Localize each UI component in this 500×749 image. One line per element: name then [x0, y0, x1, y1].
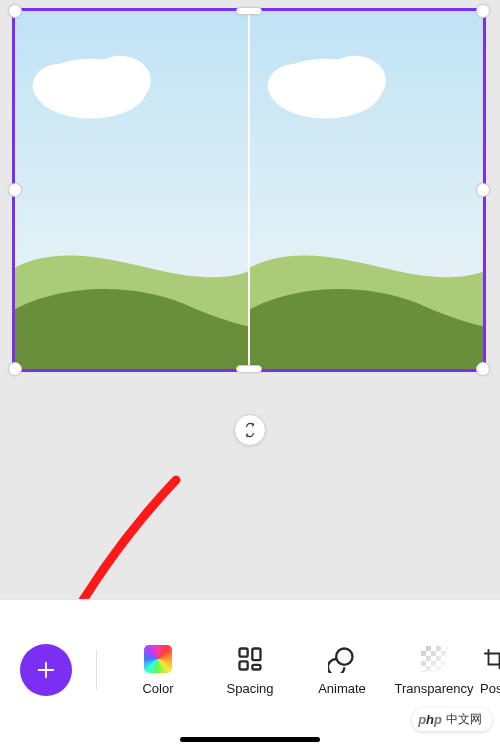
home-indicator[interactable]: [180, 737, 320, 742]
tool-position-label: Posi: [480, 681, 500, 696]
toolbar-divider: [96, 650, 97, 690]
tool-color-label: Color: [142, 681, 173, 696]
image-placeholder-left[interactable]: [15, 11, 248, 369]
selected-grid-frame[interactable]: [12, 8, 486, 372]
resize-handle-top-center[interactable]: [236, 7, 262, 15]
svg-point-6: [267, 64, 325, 108]
resize-handle-top-left[interactable]: [8, 4, 22, 18]
resize-handle-bottom-center[interactable]: [236, 365, 262, 373]
resize-handle-bottom-left[interactable]: [8, 362, 22, 376]
svg-rect-9: [240, 661, 248, 669]
svg-point-2: [32, 64, 90, 108]
watermark-text: 中文网: [446, 711, 482, 728]
image-grid: [15, 11, 483, 369]
position-icon: [480, 645, 500, 673]
tool-spacing[interactable]: Spacing: [204, 645, 296, 696]
resize-handle-mid-left[interactable]: [8, 183, 22, 197]
svg-rect-11: [252, 664, 260, 669]
svg-point-7: [324, 56, 386, 106]
resize-handle-mid-right[interactable]: [476, 183, 490, 197]
spacing-icon: [236, 645, 264, 673]
color-icon: [144, 645, 172, 673]
svg-rect-8: [240, 648, 248, 656]
swap-images-button[interactable]: [234, 414, 266, 446]
tool-color[interactable]: Color: [112, 645, 204, 696]
add-button[interactable]: [20, 644, 72, 696]
tool-animate[interactable]: Animate: [296, 645, 388, 696]
transparency-icon: [420, 645, 448, 673]
svg-rect-10: [252, 648, 260, 660]
canvas-area: [0, 0, 500, 600]
watermark-prefix: php: [418, 712, 442, 727]
tool-position[interactable]: Posi: [480, 645, 500, 696]
animate-icon: [328, 645, 356, 673]
plus-icon: [35, 659, 57, 681]
watermark-badge: php 中文网: [412, 708, 492, 731]
toolbar-tools: Color Spacing Animate: [112, 630, 500, 710]
tool-transparency[interactable]: Transparency: [388, 645, 480, 696]
image-placeholder-right[interactable]: [250, 11, 483, 369]
tool-spacing-label: Spacing: [227, 681, 274, 696]
tool-transparency-label: Transparency: [395, 681, 474, 696]
svg-point-3: [89, 56, 151, 106]
svg-point-12: [336, 648, 352, 664]
swap-icon: [242, 422, 258, 438]
resize-handle-bottom-right[interactable]: [476, 362, 490, 376]
resize-handle-top-right[interactable]: [476, 4, 490, 18]
tool-animate-label: Animate: [318, 681, 366, 696]
